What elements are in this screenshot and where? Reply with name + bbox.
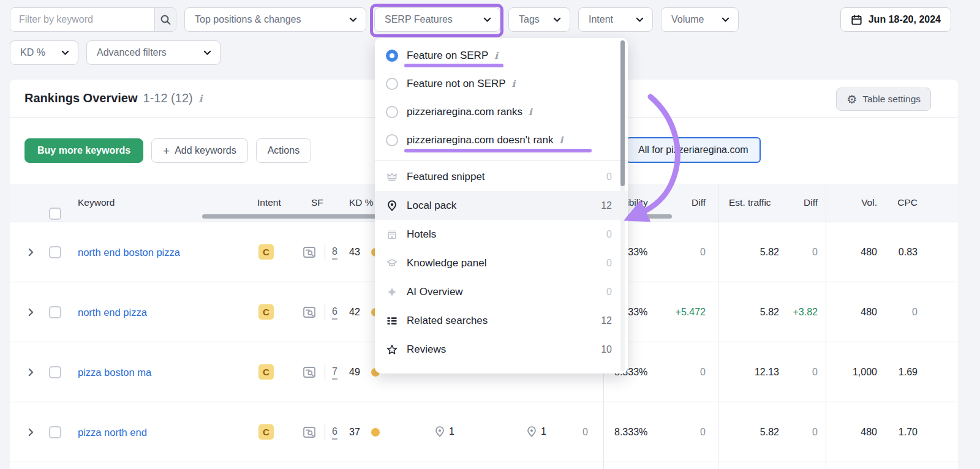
feature-count: 0 <box>606 258 612 269</box>
gear-icon: ⚙ <box>846 94 857 105</box>
graduation-cap-icon <box>386 257 398 269</box>
dropdown-scrollbar[interactable] <box>620 40 625 186</box>
cell-divider <box>325 364 325 381</box>
kd-filter[interactable]: KD % <box>10 40 78 65</box>
info-icon[interactable]: i <box>529 107 532 118</box>
feature-label: Related searches <box>407 315 488 327</box>
radio-label: pizzeriaregina.com ranks <box>407 106 522 118</box>
keyword-link[interactable]: north end pizza <box>78 305 147 320</box>
kd-value: 49 <box>349 365 360 380</box>
header-est-traffic[interactable]: Est. traffic <box>729 196 771 209</box>
buy-more-keywords-button[interactable]: Buy more keywords <box>24 138 143 163</box>
serp-features-filter[interactable]: SERP Features <box>374 7 500 32</box>
header-intent[interactable]: Intent <box>257 196 281 209</box>
keyword-link[interactable]: north end boston pizza <box>78 245 180 260</box>
top-positions-filter[interactable]: Top positions & changes <box>184 7 366 32</box>
intent-badge: C <box>258 424 274 440</box>
feature-label: Hotels <box>407 228 436 241</box>
kd-value: 42 <box>349 305 360 320</box>
row-checkbox[interactable] <box>49 306 61 318</box>
header-kd[interactable]: KD % <box>349 196 374 209</box>
info-icon[interactable]: i <box>494 50 498 61</box>
result-range: 1-12 (12) <box>143 91 193 105</box>
volume-label: Volume <box>671 14 704 25</box>
keyword-link[interactable]: pizza north end <box>78 425 147 440</box>
radio-icon <box>386 106 398 118</box>
visibility-diff: +5.472 <box>641 305 706 320</box>
dropdown-item-related-searches[interactable]: Related searches 12 <box>375 306 628 335</box>
search-icon <box>160 14 172 26</box>
intent-badge: C <box>258 364 274 380</box>
feature-label: Featured snippet <box>407 171 485 183</box>
feature-label: AI Overview <box>407 286 463 298</box>
expand-row-icon[interactable] <box>28 368 34 379</box>
visibility-diff: 0 <box>641 365 706 380</box>
kd-difficulty-dot <box>371 428 380 437</box>
feature-count: 0 <box>606 229 612 240</box>
position-value[interactable]: 8 <box>332 245 337 260</box>
serp-preview-icon[interactable] <box>302 365 317 382</box>
dropdown-item-featured-snippet[interactable]: Featured snippet 0 <box>375 162 628 191</box>
advanced-filters-button[interactable]: Advanced filters <box>86 40 221 65</box>
keyword-link[interactable]: pizza boston ma <box>78 365 151 380</box>
all-for-domain-button[interactable]: All for pizzeriaregina.com <box>626 137 761 163</box>
row-checkbox[interactable] <box>49 426 61 438</box>
dropdown-item-reviews[interactable]: Reviews 10 <box>375 335 628 364</box>
kd-value: 43 <box>349 245 360 260</box>
date-range-button[interactable]: Jun 18-20, 2024 <box>840 7 951 32</box>
search-button[interactable] <box>154 8 176 31</box>
position-value[interactable]: 7 <box>332 365 337 380</box>
intent-filter[interactable]: Intent <box>578 7 653 32</box>
purple-underline-annotation <box>404 149 592 152</box>
feature-count: 0 <box>606 287 612 298</box>
header-cpc[interactable]: CPC <box>866 196 918 209</box>
radio-domain-ranks[interactable]: pizzeriaregina.com ranks i <box>375 98 619 126</box>
traffic-diff: 0 <box>778 245 818 260</box>
radio-label: pizzeriaregina.com doesn't rank <box>407 134 553 146</box>
tags-label: Tags <box>519 14 540 25</box>
volume-filter[interactable]: Volume <box>661 7 739 32</box>
traffic-diff: +3.82 <box>778 305 818 320</box>
actions-button[interactable]: Actions <box>256 138 311 163</box>
table-settings-button[interactable]: ⚙ Table settings <box>836 88 931 111</box>
serp-preview-icon[interactable] <box>302 425 317 442</box>
dropdown-item-local-pack[interactable]: Local pack 12 <box>375 191 628 220</box>
traffic-diff: 0 <box>778 365 818 380</box>
row-checkbox[interactable] <box>49 246 61 258</box>
info-icon[interactable]: i <box>559 135 563 146</box>
row-checkbox[interactable] <box>49 366 61 378</box>
keyword-filter-input[interactable] <box>10 8 154 31</box>
serp-preview-icon[interactable] <box>302 305 317 322</box>
list-icon <box>386 315 398 327</box>
feature-count: 12 <box>601 199 612 212</box>
position-value[interactable]: 6 <box>332 425 337 440</box>
expand-row-icon[interactable] <box>28 428 34 439</box>
kd-value: 37 <box>349 425 360 440</box>
radio-icon <box>386 50 398 62</box>
header-visibility-diff[interactable]: Diff <box>641 196 706 209</box>
table-toolbar: Buy more keywords + Add keywords Actions <box>24 138 311 163</box>
chevron-down-icon <box>553 14 561 25</box>
header-sf[interactable]: SF <box>311 196 323 209</box>
date-range-label: Jun 18-20, 2024 <box>869 14 941 25</box>
add-keywords-button[interactable]: + Add keywords <box>151 138 248 163</box>
select-all-checkbox[interactable] <box>49 208 61 220</box>
serp-preview-icon[interactable] <box>302 245 317 262</box>
purple-underline-annotation <box>404 64 503 67</box>
radio-icon <box>386 78 398 90</box>
position-value[interactable]: 6 <box>332 305 337 320</box>
info-icon[interactable]: i <box>512 78 516 89</box>
info-icon[interactable]: i <box>199 93 203 104</box>
expand-row-icon[interactable] <box>28 308 34 319</box>
intent-badge: C <box>258 304 274 320</box>
header-traffic-diff[interactable]: Diff <box>777 196 818 209</box>
dropdown-item-ai-overview[interactable]: AI Overview 0 <box>375 277 628 306</box>
tags-filter[interactable]: Tags <box>508 7 570 32</box>
dropdown-item-hotels[interactable]: Hotels 0 <box>375 220 628 249</box>
expand-row-icon[interactable] <box>28 248 34 259</box>
est-traffic-value: 5.82 <box>723 245 779 260</box>
radio-feature-not-on-serp[interactable]: Feature not on SERP i <box>375 70 619 98</box>
header-keyword[interactable]: Keyword <box>78 196 115 209</box>
dropdown-item-knowledge-panel[interactable]: Knowledge panel 0 <box>375 249 628 277</box>
page-title: Rankings Overview <box>24 91 138 105</box>
